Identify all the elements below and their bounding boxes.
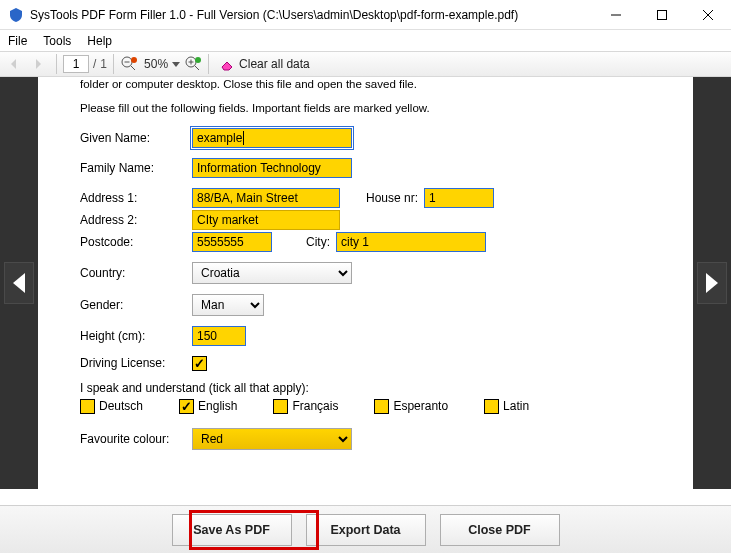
zoom-percent: 50% <box>140 57 172 71</box>
content-area: folder or computer desktop. Close this f… <box>0 77 731 505</box>
driving-license-label: Driving License: <box>80 356 192 370</box>
lang-label-de: Deutsch <box>99 399 143 413</box>
house-nr-field[interactable]: 1 <box>424 188 494 208</box>
given-name-label: Given Name: <box>80 131 192 145</box>
page-next-arrow[interactable] <box>697 262 727 304</box>
page-total: 1 <box>100 57 107 71</box>
svg-marker-16 <box>222 62 232 70</box>
lang-item-la: Latin <box>484 399 529 414</box>
svg-line-14 <box>195 66 199 70</box>
clear-all-data-button[interactable]: Clear all data <box>213 56 316 72</box>
instruction-text-2: Please fill out the following fields. Im… <box>80 102 651 114</box>
menu-file[interactable]: File <box>8 34 27 48</box>
languages-row: Deutsch✓EnglishFrançaisEsperantoLatin <box>80 399 651 414</box>
menu-help[interactable]: Help <box>87 34 112 48</box>
lang-label-eo: Esperanto <box>393 399 448 413</box>
close-window-button[interactable] <box>685 0 731 30</box>
given-name-field[interactable]: example <box>192 128 352 148</box>
svg-marker-4 <box>11 59 16 69</box>
fav-colour-label: Favourite colour: <box>80 432 192 446</box>
address2-label: Address 2: <box>80 213 192 227</box>
lang-label-la: Latin <box>503 399 529 413</box>
svg-point-15 <box>195 57 201 63</box>
close-pdf-button[interactable]: Close PDF <box>440 514 560 546</box>
country-select[interactable]: Croatia <box>192 262 352 284</box>
minimize-button[interactable] <box>593 0 639 30</box>
height-field[interactable]: 150 <box>192 326 246 346</box>
svg-marker-5 <box>36 59 41 69</box>
page-prev-arrow[interactable] <box>4 262 34 304</box>
postcode-label: Postcode: <box>80 235 192 249</box>
lang-checkbox-fr[interactable] <box>273 399 288 414</box>
house-nr-label: House nr: <box>360 191 424 205</box>
save-as-pdf-button[interactable]: Save As PDF <box>172 514 292 546</box>
address1-field[interactable]: 88/BA, Main Street <box>192 188 340 208</box>
lang-item-eo: Esperanto <box>374 399 448 414</box>
lang-checkbox-en[interactable]: ✓ <box>179 399 194 414</box>
next-page-button[interactable] <box>29 53 51 75</box>
svg-point-9 <box>131 57 137 63</box>
text-cursor <box>243 131 244 145</box>
prev-page-button[interactable] <box>5 53 27 75</box>
gender-label: Gender: <box>80 298 192 312</box>
zoom-in-button[interactable] <box>182 53 204 75</box>
lang-item-de: Deutsch <box>80 399 143 414</box>
lang-checkbox-la[interactable] <box>484 399 499 414</box>
driving-license-checkbox[interactable]: ✓ <box>192 356 207 371</box>
country-label: Country: <box>80 266 192 280</box>
maximize-button[interactable] <box>639 0 685 30</box>
pdf-page: folder or computer desktop. Close this f… <box>38 77 693 489</box>
instruction-text-1: folder or computer desktop. Close this f… <box>80 77 651 92</box>
svg-rect-1 <box>658 10 667 19</box>
family-name-label: Family Name: <box>80 161 192 175</box>
city-field[interactable]: city 1 <box>336 232 486 252</box>
window-title: SysTools PDF Form Filler 1.0 - Full Vers… <box>30 8 518 22</box>
family-name-field[interactable]: Information Technology <box>192 158 352 178</box>
svg-marker-10 <box>172 62 180 67</box>
export-data-button[interactable]: Export Data <box>306 514 426 546</box>
app-icon <box>8 7 24 23</box>
address2-field[interactable]: CIty market <box>192 210 340 230</box>
languages-header: I speak and understand (tick all that ap… <box>80 381 651 395</box>
lang-label-en: English <box>198 399 237 413</box>
gender-select[interactable]: Man <box>192 294 264 316</box>
nav-right-panel <box>693 77 731 489</box>
lang-label-fr: Français <box>292 399 338 413</box>
city-label: City: <box>300 235 336 249</box>
postcode-field[interactable]: 5555555 <box>192 232 272 252</box>
eraser-icon <box>219 56 235 72</box>
height-label: Height (cm): <box>80 329 192 343</box>
zoom-out-button[interactable] <box>118 53 140 75</box>
lang-checkbox-eo[interactable] <box>374 399 389 414</box>
lang-item-fr: Français <box>273 399 338 414</box>
fav-colour-select[interactable]: Red <box>192 428 352 450</box>
toolbar: / 1 50% Clear all data <box>0 51 731 77</box>
page-indicator: / 1 <box>61 55 109 73</box>
zoom-dropdown-icon[interactable] <box>172 60 180 68</box>
nav-left-panel <box>0 77 38 489</box>
lang-item-en: ✓English <box>179 399 237 414</box>
bottom-button-bar: Save As PDF Export Data Close PDF <box>0 505 731 553</box>
lang-checkbox-de[interactable] <box>80 399 95 414</box>
title-bar: SysTools PDF Form Filler 1.0 - Full Vers… <box>0 0 731 30</box>
menu-tools[interactable]: Tools <box>43 34 71 48</box>
svg-line-8 <box>131 66 135 70</box>
page-current-input[interactable] <box>63 55 89 73</box>
address1-label: Address 1: <box>80 191 192 205</box>
menu-bar: File Tools Help <box>0 30 731 51</box>
